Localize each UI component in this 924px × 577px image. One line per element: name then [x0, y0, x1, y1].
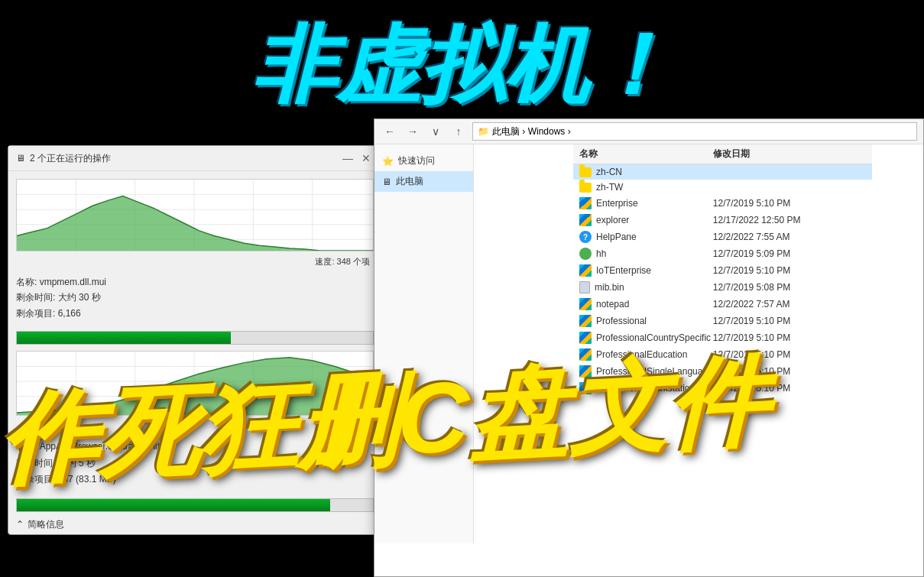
chevron-up-icon: ⌃ [16, 519, 24, 530]
back-button[interactable]: ← [381, 122, 399, 141]
window-controls: — ✕ [340, 151, 374, 166]
sidebar-quick-access[interactable]: ⭐ 快速访问 [374, 151, 473, 171]
progress-fill-2 [17, 499, 330, 511]
minimize-button[interactable]: — [340, 151, 355, 166]
file-list: 名称 修改日期 zh-CN zh-TW Ent [573, 144, 872, 543]
speed-chart-1 [16, 179, 374, 251]
dialog-title: 🖥 2 个正在运行的操作 [16, 152, 111, 165]
summary-button[interactable]: ⌃ 简略信息 [16, 518, 64, 531]
table-row[interactable]: ProfessionalCountrySpecific 12/7/2019 5:… [573, 329, 872, 346]
table-row[interactable]: notepad 12/2/2022 7:57 AM [573, 296, 872, 313]
title-line1: 非虚拟机！ [252, 23, 673, 107]
copy-icon: 🖥 [16, 153, 25, 164]
progress-bar-2 [16, 498, 374, 512]
folder-icon [579, 183, 592, 193]
win-icon [579, 315, 592, 327]
explorer-sidebar: ⭐ 快速访问 🖥 此电脑 [374, 144, 474, 543]
table-row[interactable]: Enterprise 12/7/2019 5:10 PM [573, 195, 872, 212]
explorer-toolbar: ← → ∨ ↑ 📁 此电脑 › Windows › [374, 119, 923, 144]
forward-button[interactable]: → [404, 122, 422, 141]
folder-icon [579, 167, 592, 177]
question-icon: ? [579, 231, 592, 243]
close-button[interactable]: ✕ [358, 151, 374, 166]
file-list-header: 名称 修改日期 [573, 144, 872, 164]
speed-label-1: 速度: 348 个项 [16, 256, 374, 267]
star-icon: ⭐ [382, 156, 394, 167]
file-explorer: ← → ∨ ↑ 📁 此电脑 › Windows › ⭐ 快速访问 🖥 此电脑 名… [374, 118, 924, 577]
table-row[interactable]: zh-CN [573, 164, 872, 180]
up-button[interactable]: ↑ [449, 122, 468, 141]
folder-icon-addr: 📁 [478, 126, 489, 137]
progress-bar-1 [16, 331, 374, 345]
table-row[interactable]: ? HelpPane 12/2/2022 7:55 AM [573, 229, 872, 245]
table-row[interactable]: mib.bin 12/7/2019 5:08 PM [573, 279, 872, 296]
table-row[interactable]: IoTEnterprise 12/7/2019 5:10 PM [573, 262, 872, 279]
sidebar-this-pc[interactable]: 🖥 此电脑 [374, 171, 473, 192]
table-row[interactable]: hh 12/7/2019 5:09 PM [573, 245, 872, 262]
dropdown-button[interactable]: ∨ [426, 122, 445, 141]
svg-marker-9 [17, 196, 373, 251]
address-bar[interactable]: 📁 此电脑 › Windows › [472, 122, 917, 141]
dialog-title-bar: 🖥 2 个正在运行的操作 — ✕ [8, 146, 381, 171]
progress-fill-1 [17, 332, 231, 344]
win-icon [579, 298, 592, 310]
file-icon [579, 281, 590, 293]
file-info-1: 名称: vmpmem.dll.mui 剩余时间: 大约 30 秒 剩余项目: 6… [16, 271, 374, 325]
computer-icon: 🖥 [382, 177, 391, 187]
green-icon [579, 248, 592, 260]
table-row[interactable]: Professional 12/7/2019 5:10 PM [573, 313, 872, 329]
win-icon [579, 214, 592, 226]
win-icon [579, 264, 592, 277]
win-icon [579, 332, 592, 344]
table-row[interactable]: explorer 12/17/2022 12:50 PM [573, 212, 872, 229]
win-icon [579, 197, 592, 209]
title-overlay: 非虚拟机！ [252, 23, 673, 107]
table-row[interactable]: zh-TW [573, 180, 872, 195]
